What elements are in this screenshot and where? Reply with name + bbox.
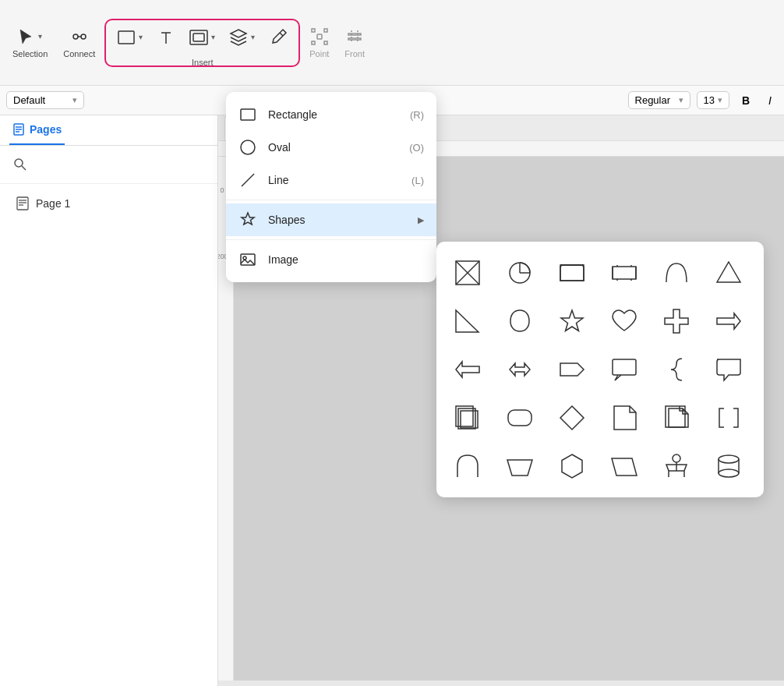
sidebar-pages: Page 1 [0, 184, 217, 223]
sidebar-tab-pages[interactable]: Pages [9, 115, 65, 145]
shape-parallelogram[interactable] [601, 443, 648, 490]
front-tool-btn[interactable]: Front [338, 24, 371, 62]
svg-rect-46 [508, 410, 531, 426]
point-tool-btn[interactable]: Point [303, 24, 335, 62]
font-dropdown[interactable]: Regular ▾ [628, 91, 690, 109]
menu-item-line[interactable]: Line (L) [226, 164, 436, 196]
page-1-item[interactable]: Page 1 [9, 192, 208, 215]
shapes-label: Shapes [268, 214, 407, 226]
insert-text-btn[interactable] [152, 23, 180, 51]
main-toolbar: ▾ Selection Connect ▾ [0, 0, 784, 86]
container-chevron[interactable]: ▾ [210, 31, 217, 43]
shape-person[interactable] [653, 443, 700, 490]
oval-menu-icon [238, 138, 257, 157]
font-chevron: ▾ [679, 95, 683, 105]
bold-label: B [742, 94, 750, 107]
shape-arrow-right[interactable] [705, 298, 752, 345]
shape-brace[interactable] [653, 346, 700, 393]
text-icon [155, 27, 177, 48]
insert-label: Insert [106, 58, 298, 67]
page-doc-icon [16, 196, 30, 210]
insert-dropdown-menu: Rectangle (R) Oval (O) Line (L) Shapes [226, 92, 436, 282]
shape-arrow-left[interactable] [444, 346, 491, 393]
rect-chevron[interactable]: ▾ [137, 31, 144, 43]
insert-layers-btn[interactable]: ▾ [224, 23, 260, 51]
svg-point-1 [81, 34, 86, 39]
shapes-submenu [436, 242, 764, 497]
layers-chevron[interactable]: ▾ [249, 31, 256, 43]
shape-cylinder[interactable] [705, 443, 752, 490]
shape-doc-folded[interactable] [601, 394, 648, 441]
svg-rect-42 [613, 359, 636, 375]
shape-arch-top[interactable] [653, 249, 700, 296]
style-chevron: ▾ [72, 95, 77, 105]
shapes-chevron: ▶ [418, 215, 424, 225]
front-icon [345, 27, 364, 46]
shape-brackets[interactable] [705, 394, 752, 441]
shape-arrow-both[interactable] [496, 346, 543, 393]
svg-rect-39 [613, 267, 636, 279]
menu-item-shapes[interactable]: Shapes ▶ [226, 203, 436, 236]
shape-teardrop[interactable] [496, 298, 543, 345]
menu-item-image[interactable]: Image [226, 243, 436, 276]
insert-rect-btn[interactable]: ▾ [112, 23, 147, 51]
shape-stacked-pages[interactable] [444, 394, 491, 441]
shape-rounded-rect[interactable] [496, 394, 543, 441]
point-label: Point [309, 49, 329, 58]
menu-divider [226, 200, 436, 200]
shape-trapezoid[interactable] [496, 443, 543, 490]
selection-icon [16, 27, 35, 46]
shape-star[interactable] [549, 298, 595, 345]
search-btn[interactable] [9, 154, 208, 175]
image-menu-icon [238, 250, 257, 269]
menu-item-rectangle[interactable]: Rectangle (R) [226, 98, 436, 131]
insert-container-btn[interactable]: ▾ [185, 23, 220, 51]
shape-callout[interactable] [705, 346, 752, 393]
shape-cross[interactable] [653, 298, 700, 345]
selection-chevron[interactable]: ▾ [37, 30, 44, 42]
shape-pentagon-arrow[interactable] [549, 346, 595, 393]
shape-multi-doc[interactable] [653, 394, 700, 441]
search-icon [12, 157, 28, 172]
layers-icon [228, 27, 249, 48]
menu-item-oval[interactable]: Oval (O) [226, 131, 436, 164]
style-dropdown[interactable]: Default ▾ [6, 91, 84, 109]
shape-diamond[interactable] [549, 394, 595, 441]
connect-tool-btn[interactable]: Connect [57, 24, 101, 62]
oval-shortcut: (O) [409, 142, 424, 154]
style-value: Default [13, 94, 45, 106]
connect-label: Connect [63, 49, 95, 58]
shape-pie-chart[interactable] [496, 249, 543, 296]
insert-pen-btn[interactable] [264, 23, 292, 51]
selection-tool-btn[interactable]: ▾ Selection [6, 24, 54, 62]
bold-btn[interactable]: B [736, 92, 756, 109]
shape-triangle[interactable] [705, 249, 752, 296]
font-value: Regular [635, 94, 671, 106]
shape-callout-rect[interactable] [601, 346, 648, 393]
italic-btn[interactable]: I [762, 92, 778, 109]
line-menu-icon [238, 171, 257, 189]
svg-rect-9 [317, 34, 322, 39]
svg-point-52 [719, 469, 739, 477]
shape-right-triangle[interactable] [444, 298, 491, 345]
shape-crossed-rect[interactable] [444, 249, 491, 296]
shape-arch[interactable] [444, 443, 491, 490]
container-icon [188, 27, 210, 48]
pen-icon [267, 27, 289, 48]
shape-hexagon[interactable] [549, 443, 595, 490]
sidebar: Pages Page 1 [0, 115, 218, 686]
shape-heart[interactable] [601, 298, 648, 345]
shape-input-box[interactable] [601, 249, 648, 296]
selection-icon-row: ▾ [16, 27, 44, 46]
sidebar-search [0, 146, 217, 184]
shape-terminal[interactable] [549, 249, 595, 296]
ruler-tick-v-0: 0 [220, 186, 224, 194]
size-chevron: ▾ [718, 95, 722, 105]
image-label: Image [268, 253, 424, 266]
svg-rect-20 [17, 197, 28, 210]
svg-line-8 [280, 33, 283, 36]
size-dropdown[interactable]: 13 ▾ [697, 91, 729, 109]
svg-line-29 [242, 174, 254, 186]
rectangle-menu-icon [238, 105, 257, 124]
rect-icon [115, 27, 137, 48]
